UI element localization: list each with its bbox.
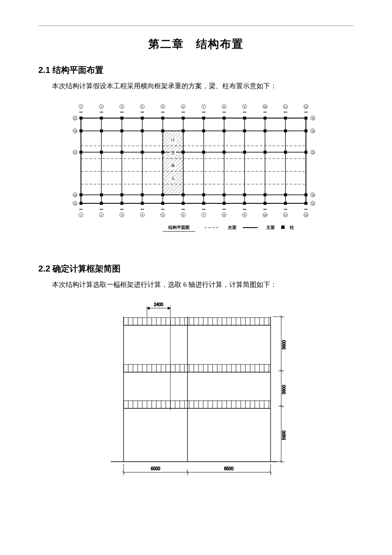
svg-rect-131 bbox=[202, 150, 205, 153]
legend-secondary: 次梁 bbox=[228, 225, 236, 230]
calc-unit-zone: 计算单元 bbox=[163, 131, 183, 195]
svg-rect-135 bbox=[223, 129, 226, 132]
right-span-value: 8500 bbox=[224, 466, 234, 471]
svg-rect-127 bbox=[182, 193, 185, 196]
svg-rect-158 bbox=[305, 202, 308, 205]
section-2-1-paragraph: 本次结构计算假设本工程采用横向框架承重的方案，梁、柱布置示意如下： bbox=[38, 80, 354, 92]
svg-rect-121 bbox=[161, 150, 164, 153]
svg-marker-296 bbox=[147, 307, 150, 309]
story1-value: 5600 bbox=[282, 430, 286, 440]
svg-text:单: 单 bbox=[171, 163, 175, 168]
svg-rect-118 bbox=[141, 202, 144, 205]
frame-lines bbox=[111, 317, 277, 462]
svg-rect-156 bbox=[305, 150, 308, 153]
legend-column: 柱 bbox=[289, 225, 294, 230]
svg-rect-126 bbox=[182, 150, 185, 153]
section-2-2-title: 2.2 确定计算框架简图 bbox=[38, 263, 354, 275]
svg-rect-149 bbox=[284, 116, 287, 119]
chapter-title: 第二章 结构布置 bbox=[38, 37, 354, 52]
svg-rect-103 bbox=[80, 202, 83, 205]
svg-rect-154 bbox=[305, 116, 308, 119]
svg-rect-134 bbox=[223, 116, 226, 119]
top-dim: 2400 bbox=[147, 302, 170, 317]
svg-text:12: 12 bbox=[304, 105, 308, 108]
svg-rect-143 bbox=[243, 202, 246, 205]
svg-rect-151 bbox=[284, 150, 287, 153]
plan-legend: 结构平面图 次梁 主梁 柱 bbox=[163, 225, 294, 231]
svg-rect-145 bbox=[264, 129, 267, 132]
svg-rect-100 bbox=[80, 129, 83, 132]
section-2-2-paragraph: 本次结构计算选取一榀框架进行计算，选取 6 轴进行计算，计算简图如下： bbox=[38, 279, 354, 291]
svg-rect-123 bbox=[161, 202, 164, 205]
legend-main: 主梁 bbox=[266, 225, 275, 230]
svg-rect-105 bbox=[100, 129, 103, 132]
svg-rect-129 bbox=[202, 116, 205, 119]
svg-rect-139 bbox=[243, 116, 246, 119]
right-dims: 5600 3600 3600 bbox=[273, 315, 286, 463]
svg-text:11: 11 bbox=[284, 213, 287, 216]
svg-rect-137 bbox=[223, 193, 226, 196]
svg-rect-108 bbox=[100, 202, 103, 205]
svg-rect-138 bbox=[223, 202, 226, 205]
frame-svg: 2400 6500 8500 5600 3600 3600 bbox=[98, 300, 294, 483]
svg-rect-116 bbox=[141, 150, 144, 153]
story3-value: 3600 bbox=[282, 340, 286, 350]
svg-rect-114 bbox=[141, 116, 144, 119]
svg-text:计: 计 bbox=[171, 138, 175, 142]
svg-rect-141 bbox=[243, 150, 246, 153]
svg-rect-112 bbox=[121, 193, 124, 196]
svg-text:3: 3 bbox=[121, 105, 123, 108]
svg-rect-102 bbox=[80, 193, 83, 196]
svg-rect-155 bbox=[305, 129, 308, 132]
svg-text:Ⓐ: Ⓐ bbox=[311, 202, 314, 205]
svg-text:12: 12 bbox=[304, 213, 308, 216]
svg-rect-147 bbox=[264, 193, 267, 196]
svg-rect-133 bbox=[202, 202, 205, 205]
svg-rect-120 bbox=[161, 129, 164, 132]
top-rule bbox=[38, 26, 354, 26]
svg-rect-122 bbox=[161, 193, 164, 196]
svg-rect-140 bbox=[243, 129, 246, 132]
svg-rect-144 bbox=[264, 116, 267, 119]
bottom-dims: 6500 8500 bbox=[122, 464, 272, 475]
svg-text:8: 8 bbox=[223, 105, 225, 108]
svg-rect-101 bbox=[80, 150, 83, 153]
svg-rect-117 bbox=[141, 193, 144, 196]
secondary-beams bbox=[81, 146, 306, 184]
svg-rect-113 bbox=[121, 202, 124, 205]
svg-rect-152 bbox=[284, 193, 287, 196]
floor-slabs bbox=[124, 318, 271, 408]
svg-rect-153 bbox=[284, 202, 287, 205]
svg-rect-106 bbox=[100, 150, 103, 153]
svg-rect-107 bbox=[100, 193, 103, 196]
svg-text:9: 9 bbox=[244, 213, 245, 216]
svg-rect-109 bbox=[121, 116, 124, 119]
svg-text:算: 算 bbox=[171, 150, 175, 155]
svg-rect-142 bbox=[243, 193, 246, 196]
svg-text:5: 5 bbox=[162, 105, 164, 108]
plan-caption: 结构平面图 bbox=[168, 225, 190, 230]
svg-text:Ⓐ: Ⓐ bbox=[74, 202, 77, 205]
svg-text:5: 5 bbox=[162, 213, 164, 216]
svg-text:Ⓓ: Ⓓ bbox=[311, 129, 314, 132]
svg-rect-150 bbox=[284, 129, 287, 132]
svg-text:3: 3 bbox=[121, 213, 123, 216]
svg-text:4: 4 bbox=[141, 105, 143, 108]
svg-text:2: 2 bbox=[101, 213, 102, 216]
section-2-1-title: 2.1 结构平面布置 bbox=[38, 64, 354, 76]
svg-rect-110 bbox=[121, 129, 124, 132]
svg-text:6: 6 bbox=[182, 105, 184, 108]
svg-rect-136 bbox=[223, 150, 226, 153]
svg-text:11: 11 bbox=[284, 105, 287, 108]
svg-text:8: 8 bbox=[223, 213, 225, 216]
plan-grid: 112233445566778899101011111212 ⒺⒺⒹⒹⒸⒸⒷⒷⒶ… bbox=[73, 104, 315, 217]
svg-text:4: 4 bbox=[141, 213, 143, 216]
svg-marker-297 bbox=[168, 307, 170, 309]
svg-text:10: 10 bbox=[263, 105, 267, 108]
svg-rect-104 bbox=[100, 116, 103, 119]
svg-text:Ⓑ: Ⓑ bbox=[74, 193, 77, 196]
svg-text:元: 元 bbox=[171, 176, 175, 181]
svg-text:Ⓔ: Ⓔ bbox=[311, 116, 314, 119]
svg-rect-99 bbox=[80, 116, 83, 119]
svg-rect-148 bbox=[264, 202, 267, 205]
